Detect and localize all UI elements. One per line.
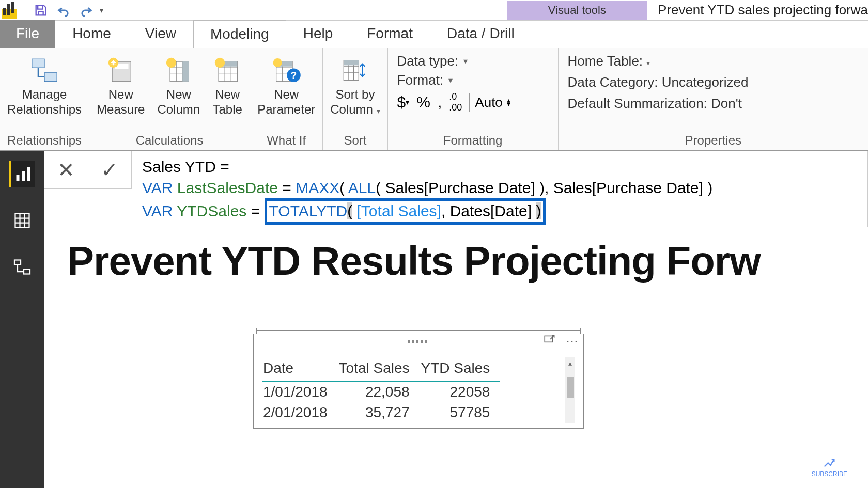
undo-button[interactable] <box>54 1 73 20</box>
ribbon-tabs: File Home View Modeling Help Format Data… <box>0 21 868 48</box>
svg-rect-19 <box>22 171 25 181</box>
svg-rect-22 <box>14 260 21 265</box>
more-options-icon[interactable]: ⋯ <box>566 334 578 349</box>
formula-editor[interactable]: Sales YTD = VAR LastSalesDate = MAXX( AL… <box>132 151 868 230</box>
titlebar: ▾ Visual tools Prevent YTD sales project… <box>0 0 868 21</box>
decimal-places-icon: .0.00 <box>449 91 462 113</box>
col-header-ytd-sales[interactable]: YTD Sales <box>420 357 501 381</box>
redo-button[interactable] <box>77 1 96 20</box>
table-visual[interactable]: ⋯ Date Total Sales YTD Sales 1/01/2018 2… <box>253 330 584 429</box>
window-title: Prevent YTD sales projecting forwa <box>658 2 868 18</box>
report-view-button[interactable] <box>9 161 35 187</box>
svg-rect-23 <box>24 270 30 274</box>
col-header-total-sales[interactable]: Total Sales <box>338 357 420 381</box>
format-dropdown[interactable]: Format: ▾ <box>397 72 549 88</box>
svg-text:?: ? <box>291 70 297 81</box>
col-header-date[interactable]: Date <box>262 357 338 381</box>
data-category-dropdown[interactable]: Data Category: Uncategorized <box>568 74 859 90</box>
svg-point-15 <box>273 58 282 67</box>
new-column-button[interactable]: New Column <box>154 53 203 119</box>
table-row: 2/01/2018 35,727 57785 <box>262 402 500 423</box>
formula-commit-button[interactable]: ✓ <box>101 158 118 182</box>
sort-by-column-button[interactable]: Sort by Column ▾ <box>327 53 383 119</box>
table-row: 1/01/2018 22,058 22058 <box>262 381 500 402</box>
report-title-text: Prevent YTD Results Projecting Forw <box>67 238 868 285</box>
tab-data-drill[interactable]: Data / Drill <box>430 20 532 48</box>
model-view-button[interactable] <box>9 254 35 280</box>
tab-view[interactable]: View <box>128 20 193 48</box>
subscribe-badge: SUBSCRIBE <box>812 454 847 478</box>
visual-drag-grip-icon[interactable] <box>408 340 429 343</box>
data-view-button[interactable] <box>9 208 35 233</box>
data-type-dropdown[interactable]: Data type: ▾ <box>397 53 549 69</box>
contextual-tab-visual-tools: Visual tools <box>507 1 647 20</box>
percent-button[interactable]: % <box>416 93 430 111</box>
svg-rect-20 <box>27 167 30 181</box>
manage-relationships-button[interactable]: Manage Relationships <box>4 53 85 119</box>
focus-mode-icon[interactable] <box>543 333 556 350</box>
formula-bar: ✕ ✓ Sales YTD = VAR LastSalesDate = MAXX… <box>44 151 868 230</box>
tab-modeling[interactable]: Modeling <box>193 20 286 48</box>
tab-help[interactable]: Help <box>286 20 350 48</box>
tab-format[interactable]: Format <box>350 20 430 48</box>
decimal-places-auto[interactable]: Auto▴▾ <box>469 93 516 112</box>
svg-rect-1 <box>44 73 57 82</box>
new-measure-button[interactable]: New Measure <box>94 53 148 119</box>
qat-customize-dropdown[interactable]: ▾ <box>100 6 103 14</box>
svg-point-7 <box>166 58 176 68</box>
home-table-dropdown[interactable]: Home Table: ▾ <box>568 53 859 69</box>
data-table: Date Total Sales YTD Sales 1/01/2018 22,… <box>262 357 500 423</box>
svg-rect-17 <box>344 60 359 66</box>
new-table-button[interactable]: New Table <box>209 53 245 119</box>
formula-highlight: TOTALYTD( [Total Sales], Dates[Date] ) <box>265 198 546 225</box>
svg-rect-21 <box>15 214 29 228</box>
svg-rect-6 <box>182 61 189 82</box>
ribbon: Manage Relationships Relationships New M… <box>0 48 868 151</box>
tab-file[interactable]: File <box>0 20 55 48</box>
svg-rect-0 <box>32 59 44 68</box>
save-button[interactable] <box>32 1 50 20</box>
thousands-separator-button[interactable]: , <box>438 93 442 111</box>
new-parameter-button[interactable]: ? New Parameter <box>254 53 318 119</box>
visual-scrollbar[interactable]: ▴ <box>565 357 575 423</box>
svg-rect-24 <box>545 336 552 342</box>
powerbi-app-icon <box>2 2 17 19</box>
svg-rect-18 <box>16 175 19 181</box>
view-switcher <box>0 151 44 488</box>
report-canvas[interactable]: Prevent YTD Results Projecting Forw ⋯ Da… <box>52 227 868 488</box>
default-summarization-dropdown[interactable]: Default Summarization: Don't <box>568 96 859 112</box>
tab-home[interactable]: Home <box>55 20 128 48</box>
formula-cancel-button[interactable]: ✕ <box>57 158 75 182</box>
currency-button[interactable]: $ ▾ <box>397 93 410 111</box>
svg-point-10 <box>215 58 225 68</box>
